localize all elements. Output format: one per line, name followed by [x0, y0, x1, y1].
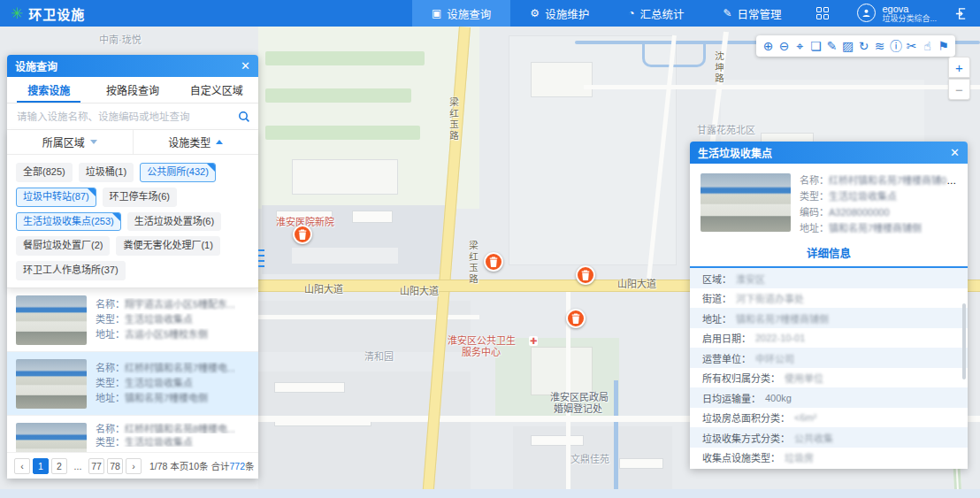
tab-detail-info[interactable]: 详细信息 — [690, 240, 968, 266]
filter-dropdown: 所属区域 设施类型 全部(825)垃圾桶(1)公共厕所(432)垃圾中转站(87… — [7, 130, 258, 288]
search-input[interactable] — [15, 111, 238, 123]
map-block — [352, 211, 393, 223]
page-prev-button[interactable]: ‹ — [14, 458, 30, 474]
page-next-button[interactable]: › — [126, 458, 142, 474]
list-item[interactable]: 名称：红桥村镇和名苑7幢楼电...类型：生活垃圾收集点地址：镇和名苑7幢楼电侧 — [7, 352, 258, 416]
top-nav: ✳ 环卫设施 ▣设施查询⚙设施维护◔汇总统计✎日常管理 egova 垃圾分类综合… — [0, 0, 980, 27]
field-label: 名称： — [96, 424, 125, 433]
detail-value: 垃圾房 — [785, 450, 814, 464]
pan-icon[interactable]: ⌖ — [794, 40, 806, 52]
facility-photo — [16, 359, 87, 409]
logout-icon[interactable] — [954, 7, 968, 20]
nav-item-label: 设施查询 — [447, 5, 491, 22]
map-block — [265, 126, 420, 140]
nav-item-facility-maintain[interactable]: ⚙设施维护 — [510, 0, 609, 27]
pin-icon[interactable]: ⚑ — [938, 40, 949, 52]
edit-icon: ✎ — [723, 8, 731, 19]
filter-chip[interactable]: 生活垃圾收集点(253) — [16, 212, 121, 232]
clip-icon[interactable]: ✂ — [906, 40, 917, 52]
scrollbar[interactable] — [962, 303, 966, 379]
field-label: 地址： — [96, 393, 125, 403]
filter-chip-list: 全部(825)垃圾桶(1)公共厕所(432)垃圾中转站(87)环卫停车场(6)生… — [7, 155, 258, 287]
facility-query-panel-header: 设施查询 ✕ — [7, 55, 258, 77]
detail-row: 地址：镇和名苑7幢楼商铺侧 — [690, 308, 968, 328]
filter-group-type[interactable]: 设施类型 — [134, 130, 259, 154]
facility-query-icon: ▣ — [432, 8, 441, 19]
zoom-in-icon[interactable]: ⊕ — [762, 40, 774, 52]
page-button[interactable]: 77 — [88, 458, 104, 474]
close-icon[interactable]: ✕ — [241, 60, 250, 72]
map-block — [531, 62, 593, 97]
filter-group-region[interactable]: 所属区域 — [7, 130, 134, 154]
zoom-out-icon[interactable]: ⊖ — [778, 40, 790, 52]
info-icon[interactable]: ⓘ — [890, 40, 901, 52]
summary-fields: 名称：红桥村镇和名苑7幢楼商铺01垃圾收...类型：生活垃圾收集点编码：A320… — [800, 173, 957, 234]
nav-item-label: 汇总统计 — [639, 5, 684, 22]
list-field: 类型：生活垃圾收集点 — [96, 313, 235, 326]
filter-chip[interactable]: 垃圾桶(1) — [79, 163, 134, 182]
list-field: 名称：红桥村镇和名苑7幢楼电... — [96, 362, 235, 374]
detail-label: 收集点设施类型： — [702, 450, 780, 464]
close-icon[interactable]: ✕ — [950, 147, 960, 158]
list-item[interactable]: 名称：红桥村镇和名苑8幢楼电...类型：生活垃圾收集点 — [7, 416, 258, 452]
filter-chip[interactable]: 环卫工人作息场所(37) — [16, 261, 126, 280]
filter-chip[interactable]: 粪便无害化处理厂(1) — [116, 236, 219, 256]
user-block[interactable]: egova 垃圾分类综合... — [857, 4, 937, 24]
trash-marker-icon[interactable] — [576, 265, 595, 285]
nav-item-facility-query[interactable]: ▣设施查询 — [412, 0, 510, 27]
field-value: 古运小区5幢校东侧 — [125, 329, 208, 340]
detail-value: 公共收集 — [794, 431, 833, 445]
nav-item-summary-stats[interactable]: ◔汇总统计 — [609, 0, 703, 27]
polygon-icon[interactable]: ▨ — [842, 40, 854, 52]
chevron-up-icon — [216, 140, 223, 144]
trash-marker-icon[interactable] — [484, 252, 503, 272]
nav-item-daily-manage[interactable]: ✎日常管理 — [703, 0, 800, 27]
measure-icon[interactable]: ✎ — [826, 40, 838, 52]
tab-0[interactable]: 搜索设施 — [7, 77, 91, 103]
detail-row: 所有权归属分类：使用单位 — [690, 368, 968, 388]
map-label: 中南·珑悦 — [99, 32, 142, 46]
list-item[interactable]: 名称：翔宇道古运小区5幢配东...类型：生活垃圾收集点地址：古运小区5幢校东侧 — [7, 288, 258, 352]
zoom-in-button[interactable]: + — [948, 57, 970, 78]
field-value: 生活垃圾收集点 — [125, 314, 193, 325]
search-icon[interactable] — [238, 111, 250, 123]
nav-item-label: 设施维护 — [545, 5, 589, 22]
extent-icon[interactable]: ❏ — [810, 40, 822, 52]
filter-chip[interactable]: 垃圾中转站(87) — [16, 188, 96, 207]
page-button[interactable]: 2 — [51, 458, 67, 474]
zoom-out-button[interactable]: − — [948, 79, 970, 100]
field-value: 生活垃圾收集点 — [125, 437, 193, 447]
filter-chip[interactable]: 公共厕所(432) — [140, 163, 216, 182]
refresh-icon[interactable]: ↻ — [858, 40, 869, 52]
detail-row: 启用日期：2022-10-01 — [690, 328, 968, 349]
bottom-strip — [0, 489, 980, 498]
filter-chip[interactable]: 环卫停车场(6) — [103, 188, 177, 207]
page-button[interactable]: 78 — [107, 458, 123, 474]
detail-label: 地址： — [702, 311, 731, 326]
trash-marker-icon[interactable] — [293, 225, 312, 244]
filter-chip[interactable]: 全部(825) — [16, 163, 73, 182]
facility-list: 名称：翔宇道古运小区5幢配东...类型：生活垃圾收集点地址：古运小区5幢校东侧名… — [7, 288, 258, 452]
list-item-fields: 名称：红桥村镇和名苑8幢楼电...类型：生活垃圾收集点 — [96, 423, 235, 447]
map-block — [276, 211, 333, 223]
filter-chip[interactable]: 生活垃圾处置场(6) — [127, 212, 221, 232]
hand-icon[interactable]: ☝ — [922, 40, 933, 52]
facility-summary: 名称：红桥村镇和名苑7幢楼商铺01垃圾收...类型：生活垃圾收集点编码：A320… — [690, 164, 968, 240]
summary-field: 类型：生活垃圾收集点 — [800, 190, 957, 203]
pie-chart-icon: ◔ — [628, 8, 634, 19]
panel-collapse-handle[interactable] — [258, 249, 264, 271]
detail-value: <6m² — [794, 412, 816, 423]
tab-2[interactable]: 自定义区域 — [174, 77, 258, 103]
layers-icon[interactable]: ≋ — [874, 40, 885, 52]
detail-label: 垃圾收集方式分类： — [702, 431, 790, 445]
summary-field: 编码：A3208000000 — [800, 206, 957, 219]
page-ellipsis: ... — [70, 458, 86, 474]
trash-marker-icon[interactable] — [566, 309, 586, 328]
field-value: 生活垃圾收集点 — [125, 378, 193, 388]
facility-maintain-icon: ⚙ — [530, 8, 540, 19]
apps-grid-icon[interactable] — [816, 7, 829, 19]
page-button[interactable]: 1 — [33, 458, 49, 474]
filter-chip[interactable]: 餐厨垃圾处置厂(2) — [16, 236, 110, 256]
pagination-total: 772 — [229, 461, 245, 471]
tab-1[interactable]: 按路段查询 — [91, 77, 175, 103]
